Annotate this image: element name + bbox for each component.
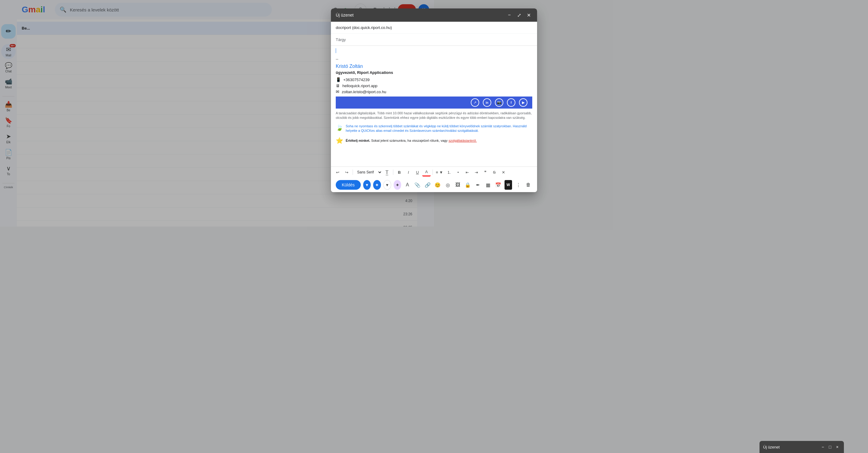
website-icon: 🖥 [336, 83, 340, 88]
phone-number: +36307574239 [343, 78, 370, 82]
star-promo-block: ⭐ Értékelj minket. Sokat jelent számunkr… [336, 137, 434, 144]
compose-actions: Küldés ▼ ✦ ▼ ✦ A 📎 🔗 😊 ◎ 🖼 🔒 ✒ ▦ 📅 W ⋮ 🗑 [331, 178, 434, 192]
star-promo-body: Sokat jelent számunkra, ha visszajelzel … [371, 139, 434, 142]
emoji-btn[interactable]: 😊 [434, 180, 434, 190]
text-color-action-btn[interactable]: A [404, 180, 411, 190]
signature-email: ✉ zoltan.kristo@riport.co.hu [336, 89, 434, 94]
green-promo-block: 🍃 Soha ne nyomtass és szkennelj többet s… [336, 124, 434, 133]
star-icon: ⭐ [336, 137, 343, 144]
ai-button[interactable]: ✦ [373, 180, 381, 190]
gemini-btn[interactable]: ✦ [394, 180, 401, 190]
signature-separator: -- [336, 57, 434, 61]
green-promo-text: Soha ne nyomtass és szkennelj többet szá… [346, 124, 434, 133]
compose-body[interactable]: -- Kristó Zoltán ügyvezető, Riport Appli… [331, 46, 434, 167]
signature-name: Kristó Zoltán [336, 64, 434, 69]
font-select[interactable]: Sans Serif Serif Monospace [355, 169, 382, 175]
text-color-button[interactable]: A [422, 168, 431, 176]
compose-title: Új üzenet [336, 13, 353, 18]
subject-label: Tárgy [336, 37, 346, 42]
italic-button[interactable]: I [404, 168, 412, 176]
star-promo-text: Értékelj minket. Sokat jelent számunkra,… [346, 139, 434, 142]
text-cursor [336, 48, 336, 53]
format-btn[interactable]: ▼ [383, 180, 391, 190]
phone-icon: 📱 [336, 77, 341, 82]
leaf-icon: 🍃 [336, 124, 343, 131]
font-size-button[interactable]: T̲ [383, 168, 391, 176]
signature-website: 🖥 helloquick.riport.app [336, 83, 434, 88]
email-icon: ✉ [336, 89, 339, 94]
company-banner: ↗ in 📷 f ▶ [336, 96, 434, 109]
signature-email-addr: zoltan.kristo@riport.co.hu [342, 90, 386, 94]
subject-field[interactable]: Tárgy [331, 34, 434, 46]
insert-link-btn[interactable]: 🔗 [424, 180, 431, 190]
underline-button[interactable]: U [413, 168, 422, 176]
signature-title: ügyvezető, Riport Applications [336, 70, 434, 75]
compose-window: Új üzenet − ⤢ ✕ docriport (doc.quick.rip… [331, 8, 434, 192]
send-dropdown-button[interactable]: ▼ [363, 180, 371, 190]
send-button[interactable]: Küldés [336, 180, 361, 190]
to-field[interactable]: docriport (doc.quick.riport.co.hu) [331, 22, 434, 34]
format-toolbar: ↩ ↪ Sans Serif Serif Monospace T̲ B I U … [331, 167, 434, 178]
signature-phone: 📱 +36307574239 [336, 77, 434, 82]
company-description: A tanácsadást digitalizáljuk. Több mint … [336, 111, 434, 120]
attach-file-btn[interactable]: 📎 [413, 180, 421, 190]
redo-button[interactable]: ↪ [342, 168, 351, 176]
bold-button[interactable]: B [395, 168, 404, 176]
to-value: docriport (doc.quick.riport.co.hu) [336, 25, 434, 30]
star-promo-bold: Értékelj minket. [346, 139, 370, 142]
undo-button[interactable]: ↩ [333, 168, 342, 176]
toolbar-divider-1 [352, 170, 353, 175]
toolbar-divider-2 [393, 170, 393, 175]
website-url: helloquick.riport.app [342, 84, 377, 88]
compose-header: Új üzenet − ⤢ ✕ [331, 8, 434, 22]
